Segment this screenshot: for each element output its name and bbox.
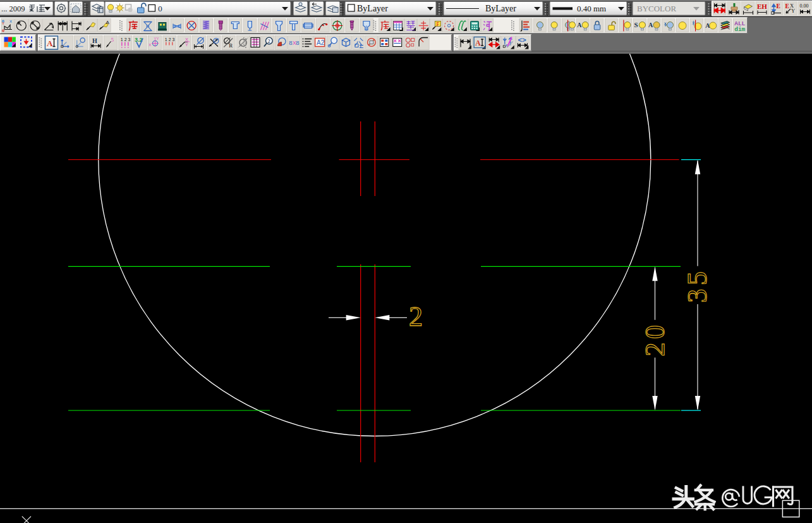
svg-text:R: R [229, 42, 233, 49]
svg-text:0: 0 [158, 4, 162, 13]
svg-text:H: H [92, 37, 97, 44]
svg-text:BYCOLOR: BYCOLOR [637, 4, 676, 13]
svg-text:A: A [106, 20, 110, 25]
svg-text:ByLayer: ByLayer [485, 4, 516, 13]
svg-text:A: A [648, 22, 653, 28]
svg-text:35: 35 [682, 268, 713, 303]
svg-text:1 2 3: 1 2 3 [165, 37, 175, 42]
svg-text:A: A [47, 39, 53, 48]
svg-text:8: 8 [296, 39, 299, 46]
svg-text:2: 2 [268, 39, 270, 44]
svg-text:5: 5 [111, 37, 114, 43]
svg-text:F: F [436, 22, 439, 27]
svg-text:... 2009: ... 2009 [1, 4, 25, 13]
svg-text:YY: YY [154, 37, 159, 40]
svg-text:S: S [634, 21, 638, 28]
svg-text:1 2 3: 1 2 3 [121, 37, 131, 42]
svg-text:20: 20 [639, 322, 670, 357]
svg-text:ByLayer: ByLayer [357, 4, 388, 13]
svg-text:dim: dim [734, 26, 745, 33]
svg-text:Y: Y [185, 42, 188, 47]
svg-text:A2: A2 [317, 39, 325, 46]
svg-text:E: E [785, 3, 789, 9]
svg-text:Y: Y [791, 8, 795, 14]
svg-text:E: E [777, 3, 780, 9]
svg-text:EH: EH [757, 3, 767, 10]
svg-text:2: 2 [409, 301, 423, 332]
svg-text:x: x [149, 42, 152, 47]
svg-text:8: 8 [289, 39, 292, 46]
svg-text:A: A [577, 22, 582, 28]
svg-text:X: X [9, 20, 12, 23]
svg-text:0.00: 0.00 [800, 3, 809, 9]
svg-text:A: A [475, 39, 481, 47]
svg-text:<>: <> [518, 36, 526, 44]
svg-text:0.40 mm: 0.40 mm [577, 4, 606, 13]
